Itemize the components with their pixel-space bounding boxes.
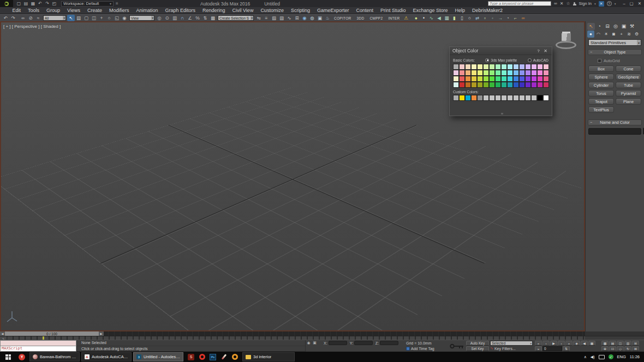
- basic-color-swatch[interactable]: [543, 82, 549, 88]
- plugin-doc-icon[interactable]: ▯: [458, 15, 466, 21]
- custom-color-swatch[interactable]: [501, 95, 507, 101]
- select-rotate-icon[interactable]: ○: [105, 15, 113, 21]
- subtab-lights[interactable]: ☀: [603, 31, 610, 38]
- named-selection-dropdown[interactable]: Create Selection S: [218, 15, 254, 21]
- basic-color-swatch[interactable]: [501, 64, 507, 70]
- custom-color-swatch[interactable]: [489, 95, 495, 101]
- object-button-torus[interactable]: Torus: [588, 90, 614, 96]
- plugin-speaker-icon[interactable]: ◀: [435, 15, 443, 21]
- spinner-icon[interactable]: ⇅: [563, 346, 570, 351]
- menu-tools[interactable]: Tools: [25, 8, 43, 13]
- key-selection-dropdown[interactable]: Selected: [490, 341, 533, 346]
- render-setup-icon[interactable]: ◍: [308, 15, 316, 21]
- basic-color-swatch[interactable]: [459, 70, 465, 76]
- basic-color-swatch[interactable]: [495, 70, 501, 76]
- clock[interactable]: 11:26: [630, 354, 640, 359]
- basic-color-swatch[interactable]: [507, 82, 513, 88]
- favorites-star-icon[interactable]: ☆: [566, 1, 570, 6]
- basic-color-swatch[interactable]: [537, 82, 543, 88]
- basic-color-swatch[interactable]: [477, 64, 483, 70]
- schematic-view-icon[interactable]: ⊞: [293, 15, 301, 21]
- safe-frames-icon[interactable]: ▤: [609, 341, 616, 346]
- menu-civil-view[interactable]: Civil View: [229, 8, 257, 13]
- sketchup-icon[interactable]: S: [186, 352, 196, 361]
- volume-icon[interactable]: ◀): [591, 355, 595, 359]
- basic-color-swatch[interactable]: [525, 70, 531, 76]
- custom-color-swatch[interactable]: [531, 95, 537, 101]
- custom-color-swatch[interactable]: [471, 95, 477, 101]
- object-button-cone[interactable]: Cone: [616, 65, 641, 72]
- menu-create[interactable]: Create: [84, 8, 105, 13]
- mute-sound-icon[interactable]: ◀: [581, 341, 588, 346]
- menu-content[interactable]: Content: [353, 8, 377, 13]
- menu-customize[interactable]: Customize: [257, 8, 288, 13]
- keyboard-override-icon[interactable]: ▥: [171, 15, 178, 21]
- menu-modifiers[interactable]: Modifiers: [105, 8, 133, 13]
- name-and-color-rollout[interactable]: − Name and Color: [588, 119, 642, 125]
- sync-tray-icon[interactable]: ✓: [609, 354, 613, 359]
- select-scale-icon[interactable]: ◱: [113, 15, 121, 21]
- ring-app-icon[interactable]: [196, 352, 207, 361]
- zoom-icon[interactable]: ⊕: [601, 346, 609, 351]
- basic-color-swatch[interactable]: [519, 76, 525, 82]
- tab-create[interactable]: ↖: [587, 23, 595, 30]
- maximize-viewport-icon[interactable]: ⊠: [632, 346, 639, 351]
- basic-color-swatch[interactable]: [459, 64, 465, 70]
- scene-explorer-icon[interactable]: ▧: [270, 15, 278, 21]
- pan-icon[interactable]: ◇: [617, 346, 624, 351]
- copitor-script-button[interactable]: COPITOR: [331, 16, 354, 20]
- coord-field-x[interactable]: [329, 341, 347, 345]
- custom-color-swatch[interactable]: [453, 95, 459, 101]
- menu-rendering[interactable]: Rendering: [199, 8, 229, 13]
- object-button-teapot[interactable]: Teapot: [588, 98, 614, 105]
- edit-named-selection-icon[interactable]: ▩: [209, 15, 217, 21]
- plugin-wave-icon[interactable]: ∿: [427, 15, 435, 21]
- orange-app-icon[interactable]: [229, 352, 240, 361]
- menu-scripting[interactable]: Scripting: [287, 8, 313, 13]
- menu-group[interactable]: Group: [43, 8, 64, 13]
- select-object-icon[interactable]: ↖: [67, 15, 75, 21]
- custom-color-swatch[interactable]: [495, 95, 501, 101]
- basic-color-swatch[interactable]: [483, 76, 489, 82]
- bind-to-spacewarp-icon[interactable]: ≈: [34, 15, 42, 21]
- basic-color-swatch[interactable]: [543, 64, 549, 70]
- plugin-eye-icon[interactable]: ◔: [504, 15, 511, 21]
- time-slider-handle[interactable]: ◀ 0 / 100 ▶: [0, 331, 104, 336]
- curve-editor-icon[interactable]: ∿: [285, 15, 293, 21]
- pencil-app-icon[interactable]: [218, 352, 229, 361]
- custom-color-swatch[interactable]: [477, 95, 483, 101]
- subtab-systems[interactable]: ⚙: [633, 31, 640, 38]
- basic-color-swatch[interactable]: [531, 64, 537, 70]
- isolate-selection-icon[interactable]: ◉: [306, 341, 312, 346]
- basic-color-swatch[interactable]: [513, 64, 519, 70]
- reference-coordinate-dropdown[interactable]: View: [129, 15, 154, 21]
- basic-color-swatch[interactable]: [501, 76, 507, 82]
- tab-utilities[interactable]: ⚒: [628, 23, 636, 30]
- select-manipulate-icon[interactable]: ⊙: [163, 15, 171, 21]
- basic-color-swatch[interactable]: [465, 82, 471, 88]
- custom-color-swatch[interactable]: [525, 95, 531, 101]
- basic-color-swatch[interactable]: [507, 76, 513, 82]
- use-pivot-center-icon[interactable]: ◎: [156, 15, 163, 21]
- minimize-button[interactable]: –: [623, 1, 625, 6]
- hidden-icons-arrow[interactable]: ∧: [584, 355, 587, 359]
- mirror-icon[interactable]: ⇋: [255, 15, 263, 21]
- region-icon[interactable]: ◫: [617, 341, 624, 346]
- basic-color-swatch[interactable]: [453, 76, 459, 82]
- autodesk-exchange-icon[interactable]: ✕: [599, 1, 604, 7]
- basic-color-swatch[interactable]: [525, 76, 531, 82]
- key-mode-toggle-icon[interactable]: ◈: [573, 341, 580, 346]
- menu-gameexporter[interactable]: GameExporter: [313, 8, 353, 13]
- basic-color-swatch[interactable]: [477, 76, 483, 82]
- custom-color-swatch[interactable]: [507, 95, 513, 101]
- dialog-close-button[interactable]: ✕: [542, 49, 549, 53]
- object-button-textplus[interactable]: TextPlus: [588, 106, 614, 113]
- add-time-tag-row[interactable]: Add Time Tag: [406, 346, 448, 352]
- menu-print-studio[interactable]: Print Studio: [377, 8, 409, 13]
- basic-color-swatch[interactable]: [483, 70, 489, 76]
- stats-icon[interactable]: ▥: [624, 341, 631, 346]
- basic-color-swatch[interactable]: [537, 76, 543, 82]
- grid-toggle-icon[interactable]: ⊞: [632, 341, 639, 346]
- redo-icon[interactable]: ↷: [9, 15, 17, 21]
- set-key-button[interactable]: Set Key: [466, 346, 489, 351]
